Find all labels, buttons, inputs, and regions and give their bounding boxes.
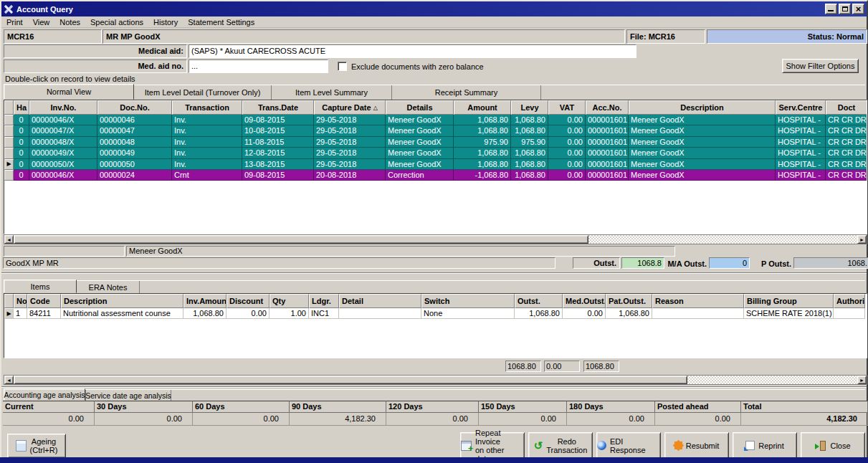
tab-service-date-age-analysis[interactable]: Service date age analysis — [85, 390, 171, 401]
status-badge: Status: Normal — [707, 29, 867, 44]
tab-receipt-summary[interactable]: Receipt Summary — [392, 85, 541, 100]
close-door-icon — [815, 441, 826, 451]
transactions-h-scrollbar[interactable]: ◄ ► — [4, 234, 867, 244]
menu-statement-settings[interactable]: Statement Settings — [183, 17, 259, 27]
ageing-button[interactable]: Ageing (Ctrl+R) — [7, 434, 66, 458]
tab-accounting-age-analysis[interactable]: Accounting age analysis — [4, 388, 85, 401]
items-h-scrollbar[interactable]: ◄ ► — [4, 375, 867, 385]
close-button[interactable]: Close — [801, 432, 865, 459]
item-row[interactable]: ▶184211Nutritional assessment counse1,06… — [4, 308, 867, 319]
cell: Inv. — [172, 115, 242, 125]
resubmit-button[interactable]: Resubmit — [664, 432, 729, 459]
column-header-details[interactable]: Details — [386, 100, 454, 115]
cell: Nutritional assessment counse — [61, 308, 183, 319]
row-selector[interactable] — [4, 170, 14, 181]
column-header-discount[interactable]: Discount — [226, 294, 270, 308]
h-scrollbar-track[interactable] — [687, 376, 857, 384]
restore-button[interactable] — [839, 4, 851, 14]
tab-item-level-detail[interactable]: Item Level Detail (Turnover Only) — [134, 85, 272, 100]
transaction-row[interactable]: 000000046/X00000046Inv.09-08-201529-05-2… — [4, 115, 867, 125]
scroll-left-icon[interactable]: ◄ — [4, 235, 14, 244]
cell: Inv. — [172, 125, 242, 136]
scroll-left-icon[interactable]: ◄ — [4, 376, 14, 384]
med-aid-no-label: Med. aid no. — [4, 59, 187, 73]
scroll-right-icon[interactable]: ► — [857, 376, 867, 384]
redo-transaction-button[interactable]: ↺ Redo Transaction — [528, 432, 593, 459]
row-selector[interactable]: ▶ — [4, 159, 14, 170]
cell: HOSPITAL - — [776, 170, 826, 181]
tab-normal-view[interactable]: Normal View — [4, 84, 134, 100]
row-selector[interactable] — [4, 148, 14, 158]
row-selector[interactable] — [4, 125, 14, 136]
menu-special-actions[interactable]: Special actions — [85, 17, 148, 27]
close-window-button[interactable] — [852, 4, 864, 14]
column-header-pat-outst-[interactable]: Pat.Outst. — [606, 294, 652, 308]
column-header-description[interactable]: Description — [61, 294, 183, 308]
column-header-trans-date[interactable]: Trans.Date — [242, 100, 314, 115]
reprint-button[interactable]: Reprint — [733, 432, 797, 459]
column-header-no-[interactable]: No. — [14, 294, 27, 308]
row-selector[interactable] — [4, 137, 14, 148]
h-scrollbar-thumb[interactable] — [14, 376, 687, 384]
column-header-capture-date[interactable]: Capture Date△ — [314, 100, 386, 115]
cell: 0.00 — [548, 148, 586, 158]
cell: 11-08-2015 — [242, 137, 314, 148]
column-header-code[interactable]: Code — [27, 294, 61, 308]
menu-history[interactable]: History — [148, 17, 183, 27]
column-header-doct[interactable]: Doct — [826, 100, 867, 115]
tab-item-level-summary[interactable]: Item Level Summary — [272, 85, 392, 100]
transaction-row[interactable]: 000000049/X00000049Inv.12-08-201529-05-2… — [4, 148, 867, 158]
h-scrollbar-track[interactable] — [588, 235, 857, 244]
column-header-authorisa[interactable]: Authorisa — [834, 294, 865, 308]
show-filter-options-button[interactable]: Show Filter Options — [782, 59, 859, 73]
age-column-posted-ahead: Posted ahead — [655, 401, 741, 413]
minimize-button[interactable] — [825, 4, 837, 14]
menu-view[interactable]: View — [28, 17, 55, 27]
column-header-switch[interactable]: Switch — [421, 294, 515, 308]
cell: CR CR DR — [826, 170, 867, 181]
column-header-reason[interactable]: Reason — [652, 294, 744, 308]
exclude-zero-checkbox[interactable] — [338, 62, 347, 71]
column-header-levy[interactable]: Levy — [511, 100, 548, 115]
menu-notes[interactable]: Notes — [54, 17, 85, 27]
resubmit-label: Resubmit — [686, 441, 719, 450]
column-header-description[interactable]: Description — [629, 100, 776, 115]
column-header-med-outst-[interactable]: Med.Outst. — [563, 294, 606, 308]
column-header-serv-centre[interactable]: Serv.Centre — [776, 100, 826, 115]
h-scrollbar-thumb[interactable] — [14, 235, 588, 244]
row-selector[interactable] — [4, 115, 14, 125]
menu-print[interactable]: Print — [1, 17, 28, 27]
transaction-row[interactable]: ▶000000050/X00000050Inv.13-08-201529-05-… — [4, 159, 867, 170]
column-header-vat[interactable]: VAT — [548, 100, 586, 115]
edi-response-button[interactable]: EDI Response — [596, 432, 661, 459]
transaction-row[interactable]: 000000047/X00000047Inv.10-08-201529-05-2… — [4, 125, 867, 136]
cell: 1,068.80 — [515, 308, 563, 319]
transaction-row[interactable]: 000000048/X00000048Inv.11-08-201529-05-2… — [4, 137, 867, 148]
column-header-outst-[interactable]: Outst. — [515, 294, 563, 308]
column-header-ldgr-[interactable]: Ldgr. — [309, 294, 339, 308]
column-header-qty[interactable]: Qty — [270, 294, 309, 308]
column-header-detail[interactable]: Detail — [339, 294, 421, 308]
column-header-doc-no-[interactable]: Doc.No. — [97, 100, 172, 115]
column-header-inv-amount[interactable]: Inv.Amount — [183, 294, 226, 308]
ageing-label-2: (Ctrl+R) — [30, 446, 58, 454]
cell: Inv. — [172, 159, 242, 170]
column-header-amount[interactable]: Amount — [454, 100, 511, 115]
cell: 00000048/X — [29, 137, 97, 148]
transaction-row[interactable]: 000000046/X00000024Crnt09-08-201520-08-2… — [4, 170, 867, 181]
medical-aid-input[interactable]: (SAPS) * Akuut CARECROSS ACUTE — [189, 44, 636, 58]
repeat-invoice-button[interactable]: Repeat Invoice on other dates — [460, 432, 525, 459]
title-bar[interactable]: Account Query — [1, 1, 867, 16]
tab-items[interactable]: Items — [4, 280, 77, 293]
column-header-ha[interactable]: Ha — [14, 100, 29, 115]
scroll-right-icon[interactable]: ► — [857, 235, 867, 244]
cell: 000001601 — [586, 125, 629, 136]
row-selector[interactable]: ▶ — [4, 308, 14, 319]
med-aid-no-input[interactable]: ... — [189, 59, 328, 73]
column-header-transaction[interactable]: Transaction — [172, 100, 242, 115]
column-header-billing-group[interactable]: Billing Group — [744, 294, 834, 308]
column-header-acc-no-[interactable]: Acc.No. — [586, 100, 629, 115]
column-header-inv-no-[interactable]: Inv.No. — [29, 100, 97, 115]
cell: Inv. — [172, 137, 242, 148]
tab-era-notes[interactable]: ERA Notes — [77, 281, 140, 293]
